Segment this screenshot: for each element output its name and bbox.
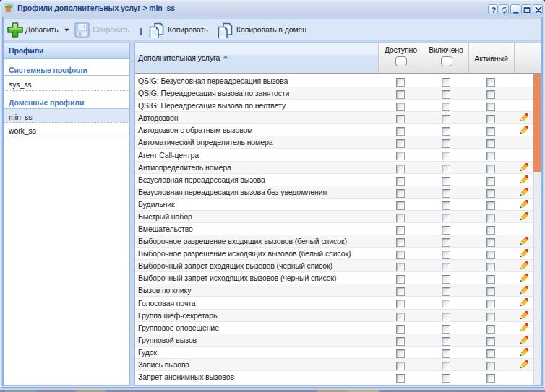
svg-text:?: ? xyxy=(492,6,496,14)
